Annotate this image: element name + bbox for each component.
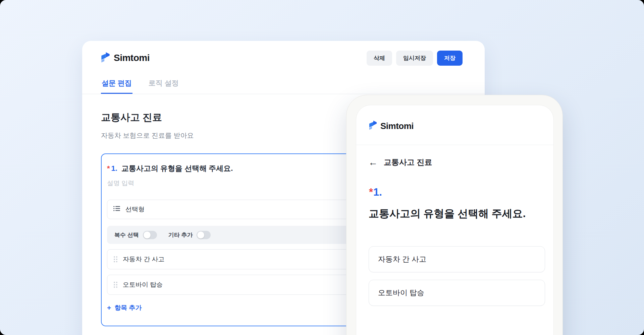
save-button[interactable]: 저장 — [437, 51, 463, 66]
toggle-knob — [144, 231, 151, 239]
phone-option-button[interactable]: 오토바이 탑승 — [369, 280, 545, 306]
editor-actions: 삭제 임시저장 저장 — [367, 51, 463, 66]
phone-header: Simtomi — [356, 105, 553, 131]
multi-select-label: 복수 선택 — [114, 231, 139, 239]
question-type-label: 선택형 — [125, 205, 145, 214]
simtomi-logo-icon — [369, 121, 377, 131]
required-asterisk: * — [369, 186, 373, 198]
question-number: 1. — [373, 186, 382, 198]
question-title-input[interactable]: 교통사고의 유형을 선택해 주세요. — [121, 163, 233, 174]
simtomi-logo-icon — [101, 52, 110, 64]
phone-mockup-frame: Simtomi ← 교통사고 진료 *1. 교통사고의 유형을 선택해 주세요.… — [346, 95, 563, 335]
list-type-icon — [113, 206, 120, 213]
add-other-toggle[interactable] — [197, 231, 211, 239]
multi-select-toggle[interactable] — [143, 231, 157, 239]
phone-question-text: 교통사고의 유형을 선택해 주세요. — [356, 207, 553, 221]
drag-handle-icon[interactable] — [113, 281, 118, 288]
question-number: 1. — [111, 164, 117, 173]
temp-save-button[interactable]: 임시저장 — [396, 51, 433, 66]
option-text-input[interactable]: 자동차 간 사고 — [123, 255, 165, 264]
tab-survey-edit[interactable]: 설문 편집 — [101, 76, 132, 94]
phone-options-list: 자동차 간 사고 오토바이 탑승 — [356, 246, 553, 306]
brand-name: Simtomi — [380, 121, 414, 131]
drag-handle-icon[interactable] — [113, 256, 118, 263]
phone-question-number-row: *1. — [356, 186, 553, 198]
add-item-label: 항목 추가 — [114, 304, 142, 312]
toggle-knob — [197, 231, 204, 239]
phone-nav-bar: ← 교통사고 진료 — [356, 157, 553, 168]
editor-header: Simtomi 삭제 임시저장 저장 — [82, 41, 485, 75]
phone-option-button[interactable]: 자동차 간 사고 — [369, 246, 545, 272]
editor-tab-bar: 설문 편집 로직 설정 — [82, 75, 485, 94]
option-text-input[interactable]: 오토바이 탑승 — [123, 280, 163, 289]
delete-button[interactable]: 삭제 — [367, 51, 392, 66]
divider — [356, 145, 553, 145]
brand-logo: Simtomi — [101, 52, 150, 64]
page-background: Simtomi 삭제 임시저장 저장 설문 편집 로직 설정 교통사고 진료 자… — [0, 0, 644, 335]
phone-screen: Simtomi ← 교통사고 진료 *1. 교통사고의 유형을 선택해 주세요.… — [356, 105, 554, 335]
plus-icon: + — [107, 304, 111, 312]
brand-name: Simtomi — [114, 53, 150, 63]
back-arrow-icon[interactable]: ← — [368, 158, 378, 167]
phone-nav-title: 교통사고 진료 — [384, 157, 432, 168]
required-asterisk: * — [107, 164, 110, 173]
tab-logic-settings[interactable]: 로직 설정 — [148, 76, 179, 94]
add-other-label: 기타 추가 — [168, 231, 193, 239]
